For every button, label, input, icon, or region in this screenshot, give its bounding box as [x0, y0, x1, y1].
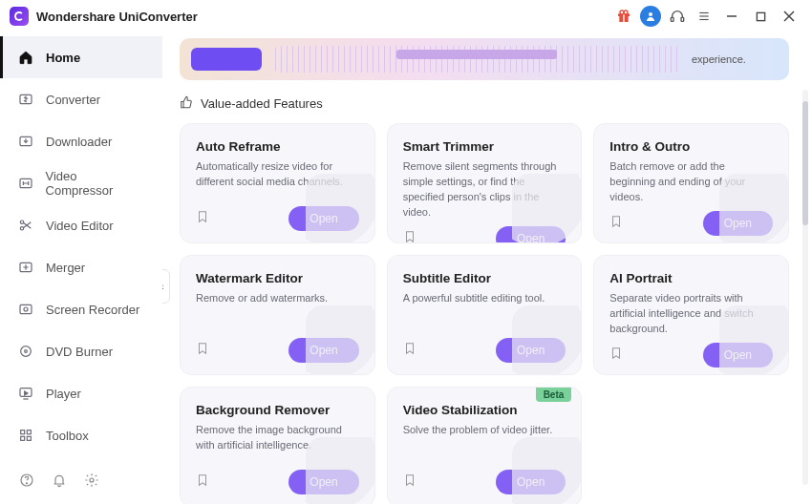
menu-icon[interactable]	[692, 4, 716, 29]
bookmark-icon[interactable]	[403, 473, 418, 491]
sidebar-item-player[interactable]: Player	[0, 372, 162, 414]
headset-icon[interactable]	[665, 4, 690, 29]
bookmark-icon[interactable]	[403, 342, 418, 359]
settings-icon[interactable]	[82, 472, 101, 488]
sidebar-item-converter[interactable]: Converter	[0, 78, 162, 120]
card-description: A powerful subtitle editing tool.	[403, 291, 566, 332]
vertical-scrollbar[interactable]	[802, 90, 808, 485]
svg-rect-28	[21, 436, 25, 440]
feature-card[interactable]: Watermark EditorRemove or add watermarks…	[180, 255, 375, 375]
card-description: Remove or add watermarks.	[196, 291, 359, 332]
sidebar-item-recorder[interactable]: Screen Recorder	[0, 288, 162, 330]
open-button[interactable]: Open	[288, 338, 358, 363]
card-title: Watermark Editor	[196, 271, 359, 285]
sidebar: Home Converter Downloader Video Compress…	[0, 32, 162, 504]
svg-rect-27	[27, 430, 31, 434]
svg-point-24	[25, 350, 28, 353]
hero-banner[interactable]: experience.	[180, 38, 789, 80]
svg-rect-21	[20, 304, 32, 313]
svg-rect-12	[757, 12, 764, 20]
svg-point-31	[26, 483, 27, 484]
disc-icon	[17, 344, 34, 359]
merger-icon	[17, 260, 34, 275]
bookmark-icon[interactable]	[403, 230, 418, 243]
feature-card[interactable]: AI PortraitSeparate video portraits with…	[593, 255, 789, 375]
compressor-icon	[17, 176, 34, 191]
svg-point-22	[24, 307, 28, 311]
user-avatar[interactable]	[638, 4, 663, 29]
nav-list: Home Converter Downloader Video Compress…	[0, 32, 162, 456]
feature-card[interactable]: Intro & OutroBatch remove or add the beg…	[593, 123, 789, 243]
converter-icon	[17, 92, 34, 107]
open-button[interactable]: Open	[703, 211, 773, 236]
sidebar-item-label: Converter	[46, 93, 100, 107]
sidebar-item-label: Toolbox	[46, 429, 89, 443]
card-description: Remove the image background with artific…	[196, 423, 359, 464]
sidebar-item-compressor[interactable]: Video Compressor	[0, 162, 162, 204]
bookmark-icon[interactable]	[609, 215, 625, 232]
open-button[interactable]: Open	[288, 206, 358, 231]
app-title: Wondershare UniConverter	[36, 10, 198, 24]
sidebar-item-toolbox[interactable]: Toolbox	[0, 414, 162, 456]
open-button[interactable]: Open	[496, 226, 566, 243]
bookmark-icon[interactable]	[196, 210, 211, 227]
card-title: Subtitle Editor	[403, 271, 566, 285]
feature-card[interactable]: Background RemoverRemove the image backg…	[180, 387, 375, 504]
minimize-button[interactable]	[718, 4, 745, 29]
sidebar-item-merger[interactable]: Merger	[0, 246, 162, 288]
hero-cta-button[interactable]	[191, 48, 262, 71]
card-description: Separate video portraits with artificial…	[609, 291, 773, 337]
card-title: Auto Reframe	[196, 139, 359, 154]
sidebar-item-dvd[interactable]: DVD Burner	[0, 330, 162, 372]
close-button[interactable]	[776, 4, 802, 29]
open-button[interactable]: Open	[496, 470, 566, 494]
feature-card[interactable]: Smart TrimmerRemove silent segments thro…	[387, 123, 583, 243]
thumbs-up-icon	[180, 95, 193, 112]
svg-rect-29	[27, 436, 31, 440]
card-description: Remove silent segments through simple se…	[403, 159, 566, 220]
hero-text: experience.	[692, 53, 778, 65]
bookmark-icon[interactable]	[196, 473, 211, 491]
open-button[interactable]: Open	[703, 343, 773, 368]
svg-rect-2	[623, 13, 624, 22]
maximize-button[interactable]	[747, 4, 774, 29]
open-button[interactable]: Open	[496, 338, 566, 363]
main-content: ‹ experience. Value-added Features Auto …	[162, 32, 812, 504]
bookmark-icon[interactable]	[609, 346, 625, 364]
home-icon	[17, 50, 34, 65]
card-title: AI Portrait	[609, 271, 773, 285]
sidebar-item-label: Player	[46, 387, 81, 401]
titlebar: Wondershare UniConverter	[0, 0, 812, 32]
bell-icon[interactable]	[50, 472, 69, 488]
card-description: Automatically resize video for different…	[196, 159, 359, 200]
feature-card[interactable]: Auto ReframeAutomatically resize video f…	[180, 123, 375, 243]
collapse-sidebar-button[interactable]: ‹	[162, 269, 170, 304]
feature-card[interactable]: Subtitle EditorA powerful subtitle editi…	[387, 255, 583, 375]
sidebar-item-downloader[interactable]: Downloader	[0, 120, 162, 162]
sidebar-item-label: Downloader	[46, 135, 112, 149]
sidebar-item-editor[interactable]: Video Editor	[0, 204, 162, 246]
card-description: Batch remove or add the beginning and en…	[609, 159, 773, 205]
open-button[interactable]: Open	[288, 470, 358, 494]
sidebar-item-label: Video Editor	[46, 219, 114, 233]
app-logo	[10, 7, 29, 26]
sidebar-item-label: Home	[46, 51, 80, 65]
gift-icon[interactable]	[611, 4, 636, 29]
card-title: Intro & Outro	[609, 139, 773, 154]
sidebar-footer	[0, 456, 162, 504]
recorder-icon	[17, 302, 34, 317]
downloader-icon	[17, 134, 34, 149]
svg-rect-6	[671, 17, 673, 21]
player-icon	[17, 386, 34, 401]
feature-card[interactable]: BetaVideo StabilizationSolve the problem…	[387, 387, 583, 504]
svg-rect-7	[681, 17, 684, 21]
help-icon[interactable]	[17, 472, 36, 488]
sidebar-item-label: Screen Recorder	[46, 303, 139, 317]
section-header: Value-added Features	[172, 94, 797, 123]
card-title: Smart Trimmer	[403, 139, 566, 154]
grid-icon	[17, 428, 34, 443]
sidebar-item-home[interactable]: Home	[0, 36, 162, 78]
sidebar-item-label: DVD Burner	[46, 345, 113, 359]
bookmark-icon[interactable]	[196, 342, 211, 359]
beta-badge: Beta	[536, 388, 572, 402]
